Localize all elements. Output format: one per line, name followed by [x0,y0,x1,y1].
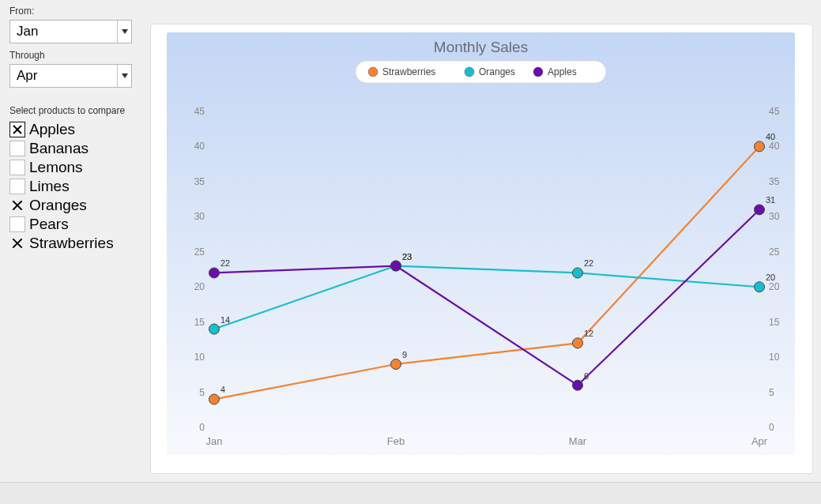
through-label: Through [9,50,144,61]
product-label: Bananas [29,140,89,157]
svg-text:23: 23 [402,252,412,261]
checkbox-apples[interactable] [9,122,25,137]
chevron-down-icon [117,21,131,43]
product-label: Lemons [29,159,83,176]
through-select-value: Apr [17,68,37,84]
svg-point-37 [755,141,765,152]
svg-text:10: 10 [769,352,780,363]
product-row-pears: Pears [9,216,144,233]
svg-text:0: 0 [199,422,205,433]
chevron-down-icon [117,65,131,87]
from-select-value: Jan [17,24,38,39]
product-row-limes: Limes [9,178,144,195]
svg-point-51 [573,380,583,390]
svg-point-31 [209,394,220,404]
svg-point-4 [368,67,378,77]
svg-text:22: 22 [584,258,593,268]
svg-point-53 [755,205,765,215]
svg-text:40: 40 [766,132,775,141]
svg-text:45: 45 [194,106,205,117]
checkbox-bananas[interactable] [9,141,25,156]
from-label: From: [9,6,144,17]
svg-text:25: 25 [769,246,780,258]
svg-marker-1 [122,73,128,78]
product-row-strawberries: Strawberries [9,235,144,252]
svg-text:5: 5 [199,387,205,398]
svg-point-33 [391,359,401,370]
legend-item[interactable]: Oranges [479,66,515,77]
product-list: ApplesBananasLemonsLimesOrangesPearsStra… [9,121,144,252]
svg-text:30: 30 [769,211,780,222]
product-row-apples: Apples [9,121,144,138]
svg-point-6 [533,67,543,77]
svg-text:20: 20 [766,273,775,282]
product-row-bananas: Bananas [9,140,144,157]
legend-item[interactable]: Apples [548,66,577,77]
svg-text:35: 35 [194,176,205,187]
svg-text:Jan: Jan [206,435,223,447]
from-select[interactable]: Jan [9,20,132,43]
svg-text:40: 40 [769,141,780,152]
product-label: Strawberries [29,235,114,252]
checkbox-strawberries[interactable] [9,235,25,251]
svg-text:31: 31 [766,195,775,205]
bottom-bar [0,482,821,504]
svg-text:20: 20 [194,281,205,292]
svg-point-45 [755,282,765,292]
product-row-oranges: Oranges [9,197,144,214]
svg-text:15: 15 [194,317,205,328]
svg-text:30: 30 [194,211,205,222]
checkbox-oranges[interactable] [9,197,25,213]
compare-label: Select products to compare [9,105,144,116]
through-select[interactable]: Apr [9,64,132,88]
svg-rect-2 [167,32,795,455]
svg-text:15: 15 [769,317,780,328]
checkbox-limes[interactable] [9,179,25,194]
chart-card: Monthly SalesStrawberriesOrangesApples00… [150,24,813,474]
svg-text:22: 22 [220,258,230,268]
svg-point-43 [573,268,583,278]
legend-item[interactable]: Strawberries [382,66,435,77]
svg-text:40: 40 [194,141,205,152]
svg-text:0: 0 [769,422,774,433]
svg-text:14: 14 [220,315,230,325]
product-row-lemons: Lemons [9,159,144,176]
sidebar: From: Jan Through Apr Select products to… [9,4,144,470]
product-label: Pears [29,216,69,233]
svg-text:12: 12 [584,329,593,338]
checkbox-lemons[interactable] [9,160,25,175]
chart-title: Monthly Sales [434,39,528,55]
svg-text:9: 9 [402,350,407,359]
svg-text:10: 10 [194,352,205,363]
svg-point-49 [391,261,401,271]
svg-point-5 [465,67,474,77]
svg-text:Apr: Apr [751,435,768,447]
svg-text:6: 6 [584,371,589,381]
svg-text:45: 45 [769,106,780,117]
svg-text:4: 4 [220,385,225,394]
monthly-sales-chart: Monthly SalesStrawberriesOrangesApples00… [159,32,803,467]
svg-text:5: 5 [769,387,774,398]
svg-text:Mar: Mar [569,435,587,447]
svg-text:25: 25 [194,246,205,258]
product-label: Apples [29,121,75,138]
svg-text:20: 20 [769,281,780,292]
svg-point-47 [209,268,220,278]
checkbox-pears[interactable] [9,216,25,232]
product-label: Oranges [29,197,87,214]
svg-text:Feb: Feb [387,435,405,447]
svg-point-35 [573,338,583,348]
svg-text:35: 35 [769,176,780,187]
product-label: Limes [29,178,70,195]
svg-marker-0 [122,29,128,34]
svg-point-39 [209,324,220,334]
